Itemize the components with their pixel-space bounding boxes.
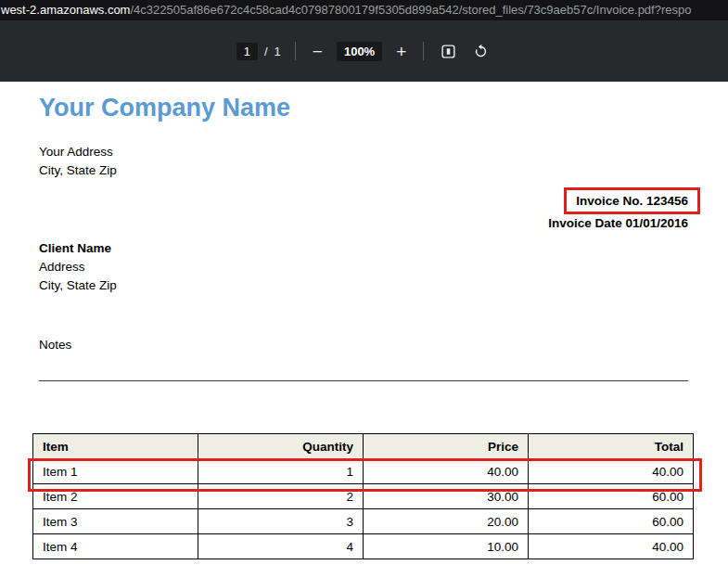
fit-page-icon xyxy=(441,44,456,59)
table-cell: Item 1 xyxy=(33,459,198,484)
client-name: Client Name xyxy=(39,239,117,258)
pdf-viewer-window: west-2.amazonaws.com/4c322505af86e672c4c… xyxy=(0,0,728,565)
client-address-line2: City, State Zip xyxy=(39,276,117,295)
client-address-line1: Address xyxy=(39,258,117,276)
zoom-controls: − 100% + xyxy=(310,40,409,63)
table-cell: 20.00 xyxy=(364,509,529,534)
zoom-in-button[interactable]: + xyxy=(393,40,409,63)
toolbar-divider xyxy=(423,42,424,60)
table-cell: Item 3 xyxy=(33,509,198,534)
page-total: 1 xyxy=(275,45,281,58)
invoice-meta: Invoice No. 123456 Invoice Date 01/01/20… xyxy=(548,187,700,230)
company-address-line2: City, State Zip xyxy=(39,161,117,180)
url-path: /4c322505af86e672c4c58cad4c07987800179f5… xyxy=(130,3,691,17)
table-cell: 3 xyxy=(198,509,364,534)
table-cell: 40.00 xyxy=(529,459,694,484)
fit-page-button[interactable] xyxy=(438,41,459,62)
rotate-button[interactable] xyxy=(470,41,492,62)
view-controls xyxy=(438,41,492,62)
invoice-table: Item Quantity Price Total Item 1 1 40.00… xyxy=(32,433,694,559)
table-cell: 40.00 xyxy=(529,534,694,559)
table-row: Item 4 4 10.00 40.00 xyxy=(33,534,694,559)
client-block: Client Name Address City, State Zip xyxy=(39,239,117,295)
table-cell: 4 xyxy=(198,534,364,559)
zoom-out-button[interactable]: − xyxy=(310,40,326,63)
table-row: Item 2 2 30.00 60.00 xyxy=(33,484,694,509)
notes-label: Notes xyxy=(39,338,71,352)
table-cell: Item 4 xyxy=(33,534,198,559)
url-bar[interactable]: west-2.amazonaws.com/4c322505af86e672c4c… xyxy=(0,0,728,20)
table-cell: 1 xyxy=(198,459,364,484)
table-cell: 40.00 xyxy=(364,459,529,484)
invoice-number-annotation: Invoice No. 123456 xyxy=(564,187,700,214)
table-cell: 60.00 xyxy=(529,509,694,534)
column-header-quantity: Quantity xyxy=(198,434,364,459)
table-cell: 10.00 xyxy=(364,534,529,559)
invoice-number: Invoice No. 123456 xyxy=(576,194,688,208)
toolbar-divider xyxy=(295,42,296,60)
column-header-item: Item xyxy=(33,434,198,459)
url-domain: west-2.amazonaws.com xyxy=(1,3,130,17)
pdf-toolbar: 1 / 1 − 100% + xyxy=(0,20,728,82)
page-separator: / xyxy=(264,45,268,58)
table-row: Item 1 1 40.00 40.00 xyxy=(33,459,694,484)
table-cell: Item 2 xyxy=(33,484,198,509)
page-indicator: 1 / 1 xyxy=(236,43,281,60)
table-header-row: Item Quantity Price Total xyxy=(33,434,694,459)
table-row: Item 3 3 20.00 60.00 xyxy=(33,509,694,534)
company-name: Your Company Name xyxy=(39,94,290,122)
company-address: Your Address City, State Zip xyxy=(39,143,117,180)
rotate-ccw-icon xyxy=(473,44,489,59)
column-header-total: Total xyxy=(529,434,694,459)
company-address-line1: Your Address xyxy=(39,143,117,161)
invoice-date: Invoice Date 01/01/2016 xyxy=(548,216,688,230)
zoom-level-input[interactable]: 100% xyxy=(337,42,382,61)
table-cell: 60.00 xyxy=(529,484,694,509)
toolbar-controls: 1 / 1 − 100% + xyxy=(236,40,492,63)
table-cell: 30.00 xyxy=(364,484,529,509)
table-cell: 2 xyxy=(198,484,364,509)
horizontal-rule xyxy=(39,380,688,381)
pdf-page: Your Company Name Your Address City, Sta… xyxy=(0,82,728,565)
column-header-price: Price xyxy=(364,434,529,459)
page-number-input[interactable]: 1 xyxy=(236,43,258,60)
